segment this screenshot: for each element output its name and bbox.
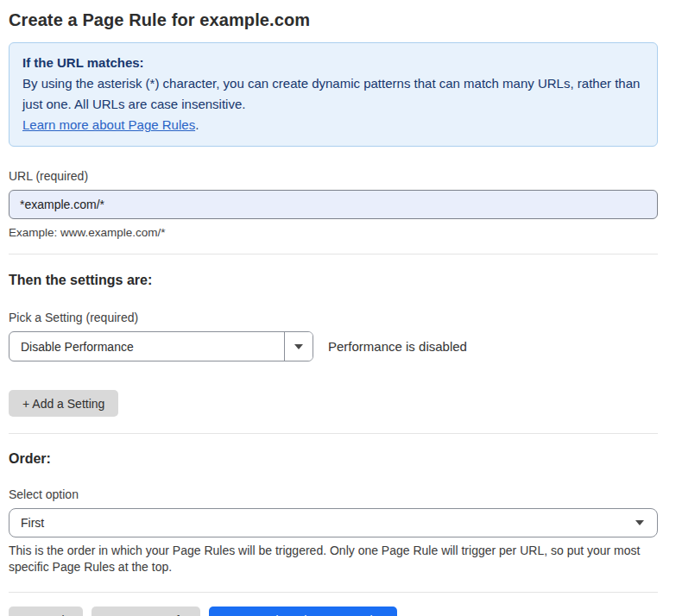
- chevron-down-icon: [635, 520, 644, 525]
- url-example-helper: Example: www.example.com/*: [9, 226, 658, 239]
- info-box-heading: If the URL matches:: [22, 53, 643, 73]
- order-select-label: Select option: [9, 487, 658, 501]
- setting-dropdown-value: Disable Performance: [9, 332, 284, 361]
- page-title: Create a Page Rule for example.com: [9, 10, 658, 30]
- divider: [9, 433, 658, 434]
- divider: [9, 592, 658, 593]
- footer-actions: Cancel Save as Draft Save and Deploy Pag…: [9, 607, 658, 616]
- link-suffix: .: [195, 117, 199, 132]
- setting-row: Disable Performance Performance is disab…: [9, 331, 658, 361]
- divider: [9, 254, 658, 255]
- order-helper-text: This is the order in which your Page Rul…: [9, 543, 658, 575]
- url-match-info-box: If the URL matches: By using the asteris…: [9, 42, 658, 147]
- cancel-button[interactable]: Cancel: [9, 607, 83, 616]
- setting-dropdown[interactable]: Disable Performance: [9, 331, 313, 361]
- info-box-link-line: Learn more about Page Rules.: [22, 115, 643, 135]
- learn-more-link[interactable]: Learn more about Page Rules: [22, 117, 195, 132]
- setting-dropdown-arrow-button[interactable]: [284, 332, 313, 361]
- info-box-body: By using the asterisk (*) character, you…: [22, 73, 643, 115]
- order-select[interactable]: First: [9, 508, 658, 537]
- page-rule-form: Create a Page Rule for example.com If th…: [0, 0, 682, 616]
- setting-status-text: Performance is disabled: [328, 339, 467, 354]
- url-field-label: URL (required): [9, 169, 658, 183]
- url-input[interactable]: [9, 190, 658, 219]
- settings-section-heading: Then the settings are:: [9, 273, 658, 288]
- save-and-deploy-button[interactable]: Save and Deploy Page Rule: [209, 607, 397, 616]
- add-setting-button[interactable]: + Add a Setting: [9, 390, 118, 417]
- pick-setting-label: Pick a Setting (required): [9, 311, 658, 324]
- order-select-value: First: [21, 516, 44, 530]
- save-as-draft-button[interactable]: Save as Draft: [92, 607, 201, 616]
- chevron-down-icon: [294, 344, 303, 349]
- order-section-heading: Order:: [9, 451, 658, 467]
